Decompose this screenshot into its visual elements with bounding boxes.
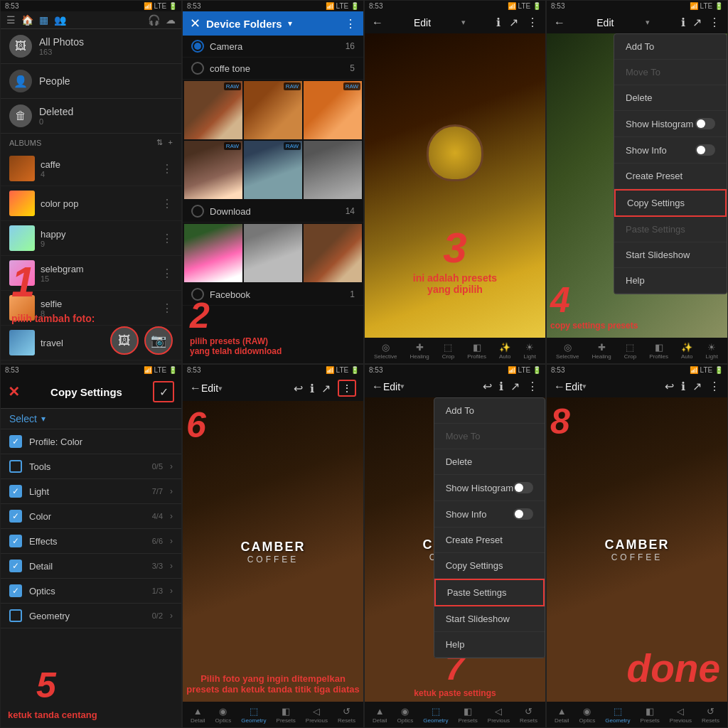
close-x-icon[interactable]: ✕	[190, 16, 200, 31]
more-icon-4[interactable]: ⋮	[709, 16, 720, 29]
settings-optics[interactable]: ✓ Optics 1/3 ›	[1, 579, 181, 604]
menu7-copy-settings[interactable]: Copy Settings	[434, 553, 545, 579]
settings-light[interactable]: ✓ Light 7/7 ›	[1, 479, 181, 504]
more-icon-header-2[interactable]: ⋮	[345, 17, 356, 31]
settings-detail[interactable]: ✓ Detail 3/3 ›	[1, 554, 181, 579]
menu7-start-slideshow[interactable]: Start Slideshow	[434, 606, 545, 632]
settings-effects[interactable]: ✓ Effects 6/6 ›	[1, 529, 181, 554]
cb-color[interactable]: ✓	[9, 510, 22, 523]
menu-copy-settings[interactable]: Copy Settings	[614, 189, 727, 217]
people-icon-header[interactable]: 👥	[54, 14, 66, 26]
headphone-icon[interactable]: 🎧	[148, 14, 160, 26]
people-item[interactable]: 👤 People	[1, 64, 181, 99]
menu7-show-histogram[interactable]: Show Histogram	[434, 475, 545, 501]
info-icon-7[interactable]: ℹ	[499, 380, 503, 393]
cb-optics[interactable]: ✓	[9, 584, 22, 597]
menu7-show-info[interactable]: Show Info	[434, 501, 545, 528]
settings-color[interactable]: ✓ Color 4/4 ›	[1, 504, 181, 529]
share-icon-8[interactable]: ↗	[692, 380, 702, 393]
photo-6[interactable]	[304, 141, 362, 199]
menu-create-preset[interactable]: Create Preset	[614, 164, 727, 189]
chevron-3[interactable]: ▾	[461, 18, 466, 27]
photo-4[interactable]: RAW	[184, 141, 242, 199]
toolbar-light-3[interactable]: ☀Light	[524, 342, 536, 360]
chevron-8[interactable]: ▾	[582, 382, 587, 391]
cb-light[interactable]: ✓	[9, 485, 22, 498]
info-icon-4[interactable]: ℹ	[681, 16, 685, 29]
toolbar-resets-6[interactable]: ↺Resets	[338, 706, 355, 724]
more-icon-8[interactable]: ⋮	[709, 380, 720, 393]
three-dots-button[interactable]: ⋮	[338, 380, 356, 397]
toolbar-profiles-4[interactable]: ◧Profiles	[649, 342, 668, 360]
add-from-camera-button[interactable]: 📷	[144, 326, 173, 355]
info-icon-6[interactable]: ℹ	[310, 382, 314, 395]
menu-help[interactable]: Help	[614, 268, 727, 294]
album-colorpop[interactable]: color pop ⋮	[1, 186, 181, 221]
select-row[interactable]: Select ▾	[1, 409, 181, 429]
more-icon-colorpop[interactable]: ⋮	[161, 197, 173, 210]
toolbar-optics-8[interactable]: ◉Optics	[579, 706, 596, 724]
all-photos-item[interactable]: 🖼 All Photos 163	[1, 29, 181, 64]
toolbar-geometry-6[interactable]: ⬚Geometry	[241, 706, 266, 724]
back-arrow-4[interactable]: ←	[554, 16, 565, 29]
chevron-4[interactable]: ▾	[646, 18, 650, 27]
toolbar-healing-4[interactable]: ✚Healing	[592, 342, 611, 360]
toggle-info[interactable]	[695, 144, 715, 156]
share-icon-4[interactable]: ↗	[692, 16, 702, 29]
photo-3[interactable]: RAW	[304, 81, 362, 139]
toolbar-selective-4[interactable]: ◎Selective	[556, 342, 579, 360]
share-icon-6[interactable]: ↗	[321, 382, 331, 395]
close-button-5[interactable]: ✕	[8, 383, 20, 400]
toolbar-presets-6[interactable]: ◧Presets	[277, 706, 296, 724]
back-arrow-8[interactable]: ←	[554, 380, 565, 393]
menu7-delete[interactable]: Delete	[434, 449, 545, 475]
menu-icon[interactable]: ☰	[6, 14, 16, 26]
cb-effects[interactable]: ✓	[9, 535, 22, 547]
toggle7-histogram[interactable]	[513, 482, 533, 493]
toolbar-geometry-8[interactable]: ⬚Geometry	[605, 706, 630, 724]
back-arrow-3[interactable]: ←	[372, 16, 383, 29]
more-icon-caffe[interactable]: ⋮	[161, 162, 173, 176]
folder-camera[interactable]: Camera 16	[183, 36, 363, 58]
info-icon-8[interactable]: ℹ	[681, 380, 685, 393]
menu-delete[interactable]: Delete	[614, 85, 727, 111]
album-caffe[interactable]: caffe4 ⋮	[1, 151, 181, 186]
toggle-histogram[interactable]	[695, 118, 715, 129]
more-icon-happy[interactable]: ⋮	[161, 232, 173, 245]
toolbar-presets-7[interactable]: ◧Presets	[459, 706, 478, 724]
toolbar-geometry-7[interactable]: ⬚Geometry	[423, 706, 448, 724]
radio-coffe-tone[interactable]	[191, 62, 204, 75]
cb-profile-color[interactable]: ✓	[9, 435, 22, 448]
menu7-create-preset[interactable]: Create Preset	[434, 528, 545, 553]
photo-7[interactable]	[184, 224, 242, 282]
cb-geometry[interactable]	[9, 609, 22, 622]
add-from-gallery-button[interactable]: 🖼	[110, 326, 139, 355]
toolbar-auto-4[interactable]: ✨Auto	[681, 342, 692, 360]
toolbar-auto-3[interactable]: ✨Auto	[499, 342, 510, 360]
toolbar-previous-7[interactable]: ◁Previous	[488, 706, 510, 724]
photo-2[interactable]: RAW	[244, 81, 302, 139]
toggle7-info[interactable]	[513, 508, 533, 520]
menu-add-to[interactable]: Add To	[614, 34, 727, 60]
cb-tools[interactable]	[9, 460, 22, 473]
toolbar-resets-7[interactable]: ↺Resets	[520, 706, 537, 724]
toolbar-crop-4[interactable]: ⬚Crop	[624, 342, 636, 360]
add-album-icon[interactable]: +	[168, 138, 173, 147]
deleted-item[interactable]: 🗑 Deleted 0	[1, 99, 181, 134]
menu-start-slideshow[interactable]: Start Slideshow	[614, 242, 727, 268]
toolbar-previous-8[interactable]: ◁Previous	[670, 706, 692, 724]
back-arrow-7[interactable]: ←	[372, 380, 383, 393]
toolbar-healing-3[interactable]: ✚Healing	[410, 342, 429, 360]
settings-profile-color[interactable]: ✓ Profile: Color	[1, 429, 181, 454]
undo-icon-7[interactable]: ↩	[483, 380, 492, 393]
photo-8[interactable]	[244, 224, 302, 282]
info-icon-3[interactable]: ℹ	[496, 16, 500, 29]
menu7-paste-settings[interactable]: Paste Settings	[434, 579, 545, 606]
grid-icon[interactable]: ▦	[39, 14, 48, 26]
album-happy[interactable]: happy9 ⋮	[1, 221, 181, 256]
toolbar-detail-6[interactable]: ▲Detail	[191, 706, 205, 724]
more-icon-7[interactable]: ⋮	[527, 380, 538, 393]
confirm-checkmark-button[interactable]: ✓	[153, 381, 174, 402]
toolbar-crop-3[interactable]: ⬚Crop	[442, 342, 454, 360]
chevron-7[interactable]: ▾	[400, 382, 405, 391]
